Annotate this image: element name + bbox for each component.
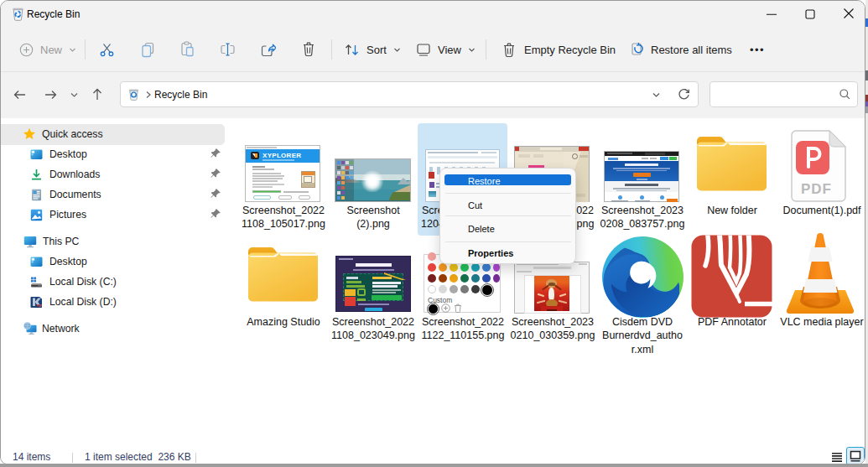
svg-text:PDF: PDF — [36, 304, 42, 307]
svg-text:PDF: PDF — [801, 181, 832, 197]
